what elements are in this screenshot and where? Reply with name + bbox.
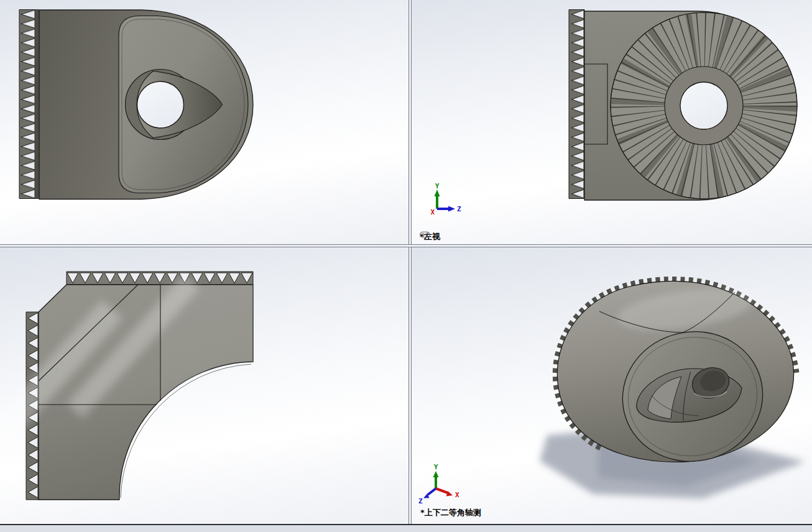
front-view-drawing [0, 0, 408, 244]
y-axis-label: Y [434, 463, 438, 471]
viewport-top-view[interactable] [0, 247, 408, 524]
part-left-view[interactable] [569, 10, 797, 201]
face-tint-lower [39, 405, 157, 500]
view-label-row: *左视 [420, 231, 440, 242]
through-hole[interactable] [680, 82, 727, 129]
axis-triad: Y Z X [430, 182, 461, 216]
knurl-teeth-left [19, 10, 35, 199]
linked-view-icon [420, 231, 430, 238]
view-name: *上下二等角轴测 [420, 507, 481, 518]
solidworks-four-viewport-canvas: Y Z X *左视 [0, 0, 812, 532]
z-axis-arrow [448, 206, 455, 212]
statusbar [0, 525, 812, 532]
viewport-splitter-horizontal[interactable] [0, 244, 812, 247]
view-label-row: *上下二等角轴测 [420, 507, 481, 518]
through-hole[interactable] [137, 81, 184, 128]
y-axis-arrow [433, 471, 439, 477]
y-axis-arrow [435, 190, 440, 196]
z-axis-label: Z [457, 205, 461, 213]
y-axis-label: Y [435, 182, 440, 190]
left-view-drawing: Y Z X [412, 0, 812, 244]
isometric-drawing: Y X Z [412, 247, 812, 524]
viewport-left-view[interactable]: Y Z X *左视 [412, 0, 812, 244]
z-axis-label: Z [418, 497, 423, 505]
axis-triad: Y X Z [418, 463, 459, 505]
part-top-view[interactable] [0, 272, 253, 500]
x-axis-label: X [455, 491, 459, 499]
knurl-band [35, 10, 39, 199]
viewport-front-view[interactable] [0, 0, 408, 244]
knurl-teeth-left [570, 10, 584, 199]
viewport-splitter-vertical[interactable] [408, 0, 412, 524]
knurl-teeth-down [67, 272, 253, 285]
x-axis-label: X [430, 208, 435, 216]
part-front-view[interactable] [19, 10, 253, 200]
viewport-isometric-view[interactable]: Y X Z *上下二等角轴测 [412, 247, 812, 524]
top-view-drawing [0, 247, 408, 524]
